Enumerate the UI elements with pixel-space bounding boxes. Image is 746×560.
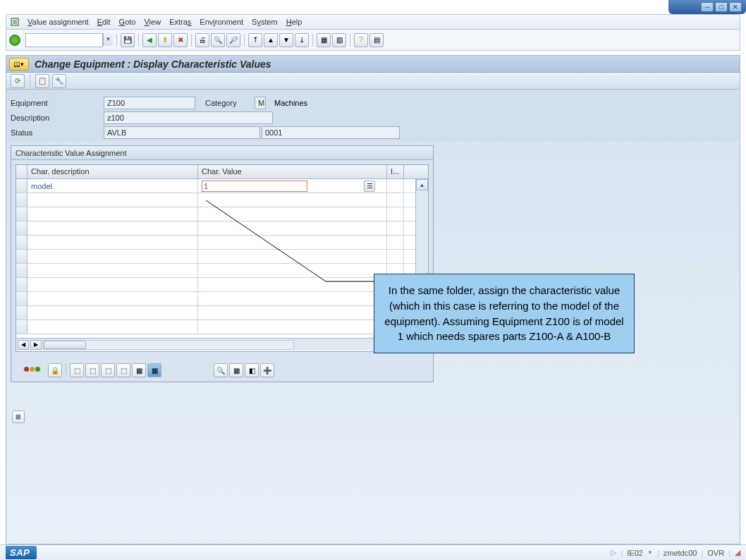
menu-system[interactable]: System — [252, 18, 278, 26]
status-system: zmetdc00 — [664, 549, 697, 557]
window-maximize-button[interactable]: □ — [715, 2, 728, 12]
help-button[interactable]: ? — [354, 33, 368, 47]
scroll-left-button[interactable]: ◀ — [18, 340, 29, 350]
annotation-callout: In the same folder, assign the character… — [374, 274, 635, 353]
menu-value-assignment[interactable]: Value assignment — [27, 18, 89, 26]
menu-extras[interactable]: Extras — [169, 18, 191, 26]
panel-btn-6[interactable]: ▦ — [147, 363, 161, 377]
field-status-1: AVLB — [104, 126, 260, 139]
header-form: Equipment Z100 Category M Machines Descr… — [6, 90, 740, 141]
menu-help[interactable]: Help — [286, 18, 302, 26]
menu-edit[interactable]: Edit — [97, 18, 111, 26]
panel-title: Characteristic Value Assignment — [11, 146, 433, 160]
row-description: Description z100 — [11, 110, 735, 125]
table-row[interactable] — [16, 236, 428, 250]
status-separator-icon[interactable]: ▷ — [611, 548, 616, 557]
generate-shortcut-button[interactable]: ▧ — [332, 33, 346, 47]
first-page-button[interactable]: ⤒ — [248, 33, 262, 47]
status-mode: OVR — [707, 549, 724, 557]
screen-title-icon[interactable]: 🕮▾ — [9, 58, 29, 71]
cell-char-desc[interactable]: model — [27, 179, 198, 193]
screen-titlebar: 🕮▾ Change Equipment : Display Characteri… — [6, 56, 740, 73]
panel-btn-5[interactable]: ▦ — [132, 363, 146, 377]
find-button[interactable]: 🔍 — [211, 33, 225, 47]
cell-i — [387, 179, 404, 193]
value-help-button[interactable]: ☰ — [364, 181, 375, 192]
standard-toolbar: ▼ 💾 ◀ ⬆ ✖ 🖨 🔍 🔎 ⤒ ▲ ▼ ⤓ ▦ ▧ ? ▤ — [6, 30, 740, 51]
table-row[interactable] — [16, 292, 428, 306]
table-row[interactable]: model ☰ — [16, 179, 428, 193]
command-field[interactable] — [25, 33, 103, 47]
screen-toolbar-btn-2[interactable]: 🔧 — [52, 74, 66, 88]
table-row[interactable] — [16, 221, 428, 236]
header-handle[interactable] — [16, 165, 27, 178]
panel-btn-1[interactable]: ⬚ — [70, 363, 84, 377]
menu-environment[interactable]: Environment — [200, 18, 243, 26]
menu-icon[interactable] — [11, 18, 19, 26]
screen-title: Change Equipment : Display Characteristi… — [35, 59, 271, 70]
create-session-button[interactable]: ▦ — [317, 33, 331, 47]
table-row[interactable] — [16, 278, 428, 292]
field-status-2: 0001 — [262, 126, 400, 139]
prev-page-button[interactable]: ▲ — [264, 33, 278, 47]
window-close-button[interactable]: ✕ — [729, 2, 742, 12]
refresh-button[interactable]: ⟳ — [11, 74, 25, 88]
table-row[interactable] — [16, 320, 428, 334]
window-titlebar: ─ □ ✕ — [668, 0, 746, 14]
panel-btn-3[interactable]: ⬚ — [101, 363, 115, 377]
panel-btn-9[interactable]: ◧ — [245, 363, 259, 377]
panel-btn-8[interactable]: ▦ — [229, 363, 243, 377]
field-category[interactable]: M — [255, 97, 266, 109]
command-dropdown[interactable]: ▼ — [103, 33, 113, 46]
h-scroll-track-left[interactable] — [43, 340, 294, 350]
horizontal-scrollbar[interactable]: ◀ ▶ ◀ ▶ — [16, 338, 428, 351]
exit-button[interactable]: ⬆ — [158, 33, 172, 47]
field-description[interactable]: z100 — [104, 111, 273, 124]
table-row[interactable] — [16, 264, 428, 278]
panel-btn-2[interactable]: ⬚ — [85, 363, 99, 377]
label-category: Category — [205, 99, 255, 107]
traffic-light-icon — [24, 363, 44, 375]
cell-char-value: ☰ — [198, 179, 387, 193]
last-page-button[interactable]: ⤓ — [295, 33, 309, 47]
table-row[interactable] — [16, 207, 428, 221]
sap-window: ─ □ ✕ Value assignment Edit Goto View Ex… — [0, 0, 746, 560]
table-row[interactable] — [16, 250, 428, 264]
window-minimize-button[interactable]: ─ — [701, 2, 714, 12]
char-value-input[interactable] — [202, 181, 307, 192]
field-equipment[interactable]: Z100 — [104, 97, 195, 109]
menu-goto[interactable]: Goto — [119, 18, 136, 26]
status-signal-icon: ◢ — [735, 548, 740, 557]
enter-icon[interactable] — [9, 35, 20, 46]
panel-button-row: 🔒 ⬚ ⬚ ⬚ ⬚ ▦ ▦ 🔍 ▦ ◧ ➕ — [24, 363, 429, 377]
expand-button[interactable]: ⊞ — [12, 410, 25, 423]
cancel-button[interactable]: ✖ — [173, 33, 188, 47]
table-row[interactable] — [16, 193, 428, 207]
status-right: ▷ | IE02 ▼ | zmetdc00 | OVR | ◢ — [611, 548, 740, 557]
char-grid: Char. description Char. Value I... model… — [16, 164, 429, 352]
back-button[interactable]: ◀ — [142, 33, 157, 47]
row-handle[interactable] — [16, 179, 27, 193]
tcode-dropdown-icon[interactable]: ▼ — [647, 549, 653, 556]
find-next-button[interactable]: 🔎 — [226, 33, 240, 47]
next-page-button[interactable]: ▼ — [279, 33, 293, 47]
print-button[interactable]: 🖨 — [195, 33, 209, 47]
scroll-up-button[interactable]: ▲ — [416, 179, 428, 190]
panel-btn-4[interactable]: ⬚ — [116, 363, 130, 377]
menubar: Value assignment Edit Goto View Extras E… — [6, 14, 740, 30]
label-equipment: Equipment — [11, 99, 104, 107]
application-toolbar: ⟳ 📋 🔧 — [6, 73, 740, 90]
table-row[interactable] — [16, 306, 428, 320]
menu-view[interactable]: View — [144, 18, 161, 26]
col-i[interactable]: I... — [387, 165, 404, 178]
scroll-left2-button[interactable]: ▶ — [30, 340, 42, 350]
sap-logo: SAP — [6, 546, 37, 559]
panel-btn-7[interactable]: 🔍 — [214, 363, 228, 377]
col-char-value[interactable]: Char. Value — [198, 165, 387, 178]
panel-btn-10[interactable]: ➕ — [260, 363, 274, 377]
screen-toolbar-btn-1[interactable]: 📋 — [35, 74, 49, 88]
layout-button[interactable]: ▤ — [369, 33, 384, 47]
save-button[interactable]: 💾 — [121, 33, 135, 47]
col-char-desc[interactable]: Char. description — [27, 165, 198, 178]
lock-button[interactable]: 🔒 — [48, 363, 62, 377]
